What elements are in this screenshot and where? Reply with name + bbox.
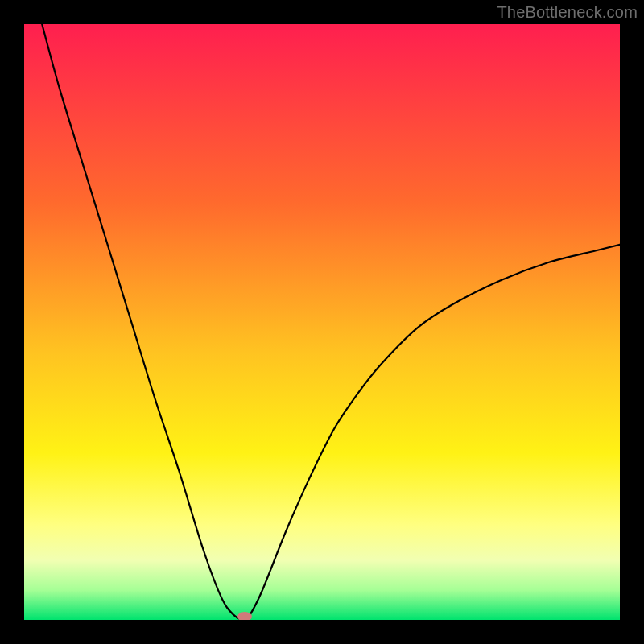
plot-area	[24, 24, 620, 620]
chart-frame: TheBottleneck.com	[0, 0, 644, 644]
optimal-point-marker	[237, 612, 252, 620]
bottleneck-curve	[24, 24, 620, 620]
watermark-text: TheBottleneck.com	[497, 3, 638, 22]
